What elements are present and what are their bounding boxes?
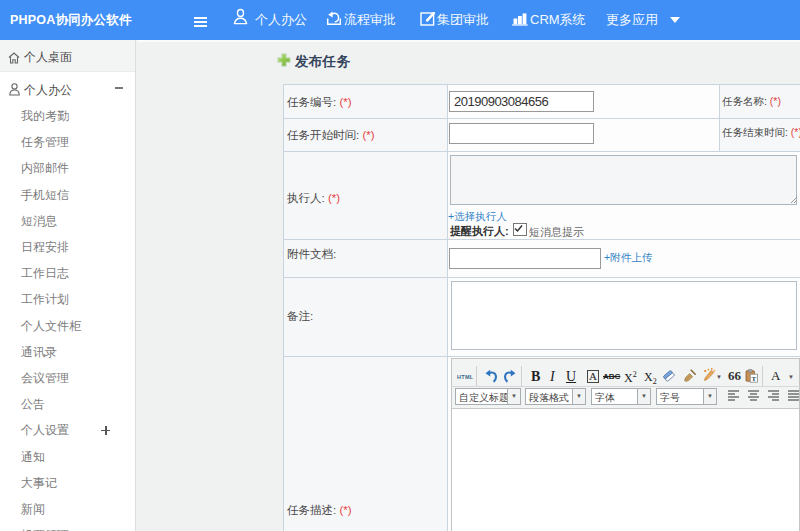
svg-text:T: T (751, 374, 756, 382)
